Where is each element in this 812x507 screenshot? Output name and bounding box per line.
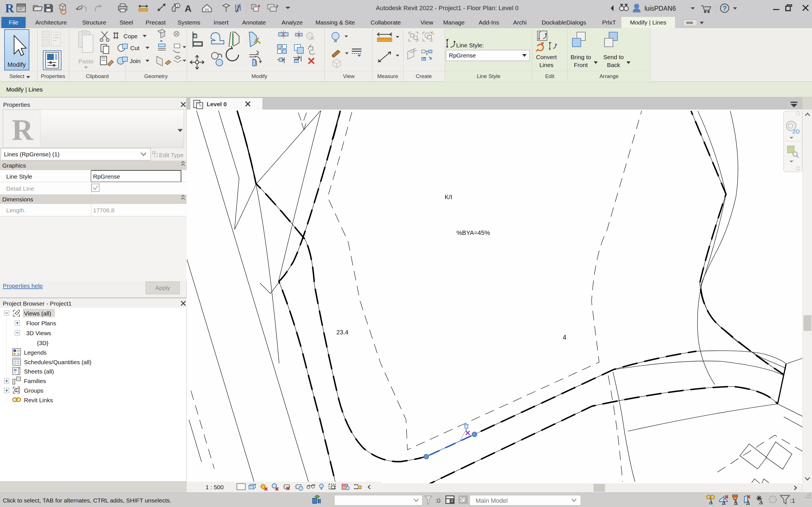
svg-text:luisPDAN6: luisPDAN6: [645, 5, 676, 12]
svg-text:Edit: Edit: [545, 73, 555, 79]
svg-text:%BYA=45%: %BYA=45%: [456, 229, 490, 236]
svg-text:Front: Front: [574, 62, 588, 68]
svg-text:Click to select, TAB for alter: Click to select, TAB for alternates, CTR…: [3, 497, 171, 504]
svg-text:1: 1: [176, 3, 179, 8]
svg-text:Modify: Modify: [8, 61, 26, 68]
svg-text:R: R: [5, 1, 14, 15]
svg-text:Geometry: Geometry: [144, 73, 168, 79]
svg-text:2D: 2D: [792, 128, 800, 135]
svg-text:?: ?: [723, 4, 727, 12]
svg-text:Schedules/Quantities (all): Schedules/Quantities (all): [24, 359, 91, 365]
svg-text:Groups: Groups: [24, 387, 43, 394]
svg-text:RpGrense: RpGrense: [93, 173, 120, 180]
svg-text:Dimensions: Dimensions: [2, 196, 33, 203]
svg-text:Project Browser - Project1: Project Browser - Project1: [3, 300, 71, 307]
svg-text::0: :0: [435, 497, 441, 504]
svg-text:View: View: [343, 73, 355, 79]
svg-text:Sheets (all): Sheets (all): [24, 368, 54, 375]
svg-text:Lines (RpGrense) (1): Lines (RpGrense) (1): [4, 151, 59, 158]
svg-text:Floor Plans: Floor Plans: [26, 320, 56, 327]
svg-text:RpGrense: RpGrense: [449, 52, 476, 59]
svg-text:A: A: [185, 3, 192, 14]
svg-text:Line Style: Line Style: [6, 173, 32, 180]
svg-text:Length: Length: [6, 207, 24, 214]
svg-text:Views (all): Views (all): [24, 310, 51, 317]
svg-text:Create: Create: [416, 73, 432, 79]
svg-text:Main Model: Main Model: [476, 497, 508, 504]
svg-text:3D Views: 3D Views: [26, 330, 51, 336]
svg-text:Properties help: Properties help: [3, 283, 43, 289]
svg-text:Properties: Properties: [41, 73, 65, 79]
svg-text:R: R: [12, 113, 34, 146]
svg-text:Line Style:: Line Style:: [456, 42, 484, 48]
svg-text:Families: Families: [24, 378, 46, 384]
svg-text:Arrange: Arrange: [599, 73, 619, 79]
svg-text:Bring to: Bring to: [571, 54, 591, 60]
svg-text::1: :1: [790, 497, 795, 504]
svg-text:Select: Select: [10, 73, 25, 79]
svg-text:Cut: Cut: [130, 45, 140, 51]
svg-text:Edit Type: Edit Type: [159, 152, 184, 158]
svg-text:Detail Line: Detail Line: [6, 185, 34, 192]
svg-text:Lines: Lines: [539, 62, 553, 68]
svg-text:17706.8: 17706.8: [93, 207, 114, 214]
svg-text:Clipboard: Clipboard: [86, 73, 109, 79]
svg-text:{3D}: {3D}: [37, 340, 49, 346]
svg-text:Modify: Modify: [252, 73, 267, 79]
svg-text:Graphics: Graphics: [2, 162, 26, 169]
svg-text:Paste: Paste: [79, 58, 94, 64]
svg-text:Properties: Properties: [3, 101, 30, 108]
svg-text:Back: Back: [607, 62, 620, 68]
svg-text:Revit Links: Revit Links: [24, 397, 53, 403]
svg-text:Line Style: Line Style: [477, 73, 500, 79]
svg-text:23.4: 23.4: [336, 329, 349, 336]
svg-text:Convert: Convert: [536, 54, 557, 60]
svg-text:Join: Join: [130, 58, 141, 64]
svg-text:Send to: Send to: [603, 54, 624, 60]
svg-text:1 : 500: 1 : 500: [206, 484, 223, 490]
svg-text:Legends: Legends: [24, 349, 47, 356]
svg-text:K/I: K/I: [445, 193, 452, 201]
svg-text:Cope: Cope: [123, 33, 138, 40]
svg-text:Apply: Apply: [155, 284, 170, 291]
svg-text:4: 4: [563, 334, 566, 341]
svg-text:Level 0: Level 0: [207, 101, 227, 107]
svg-text:Measure: Measure: [377, 73, 398, 79]
